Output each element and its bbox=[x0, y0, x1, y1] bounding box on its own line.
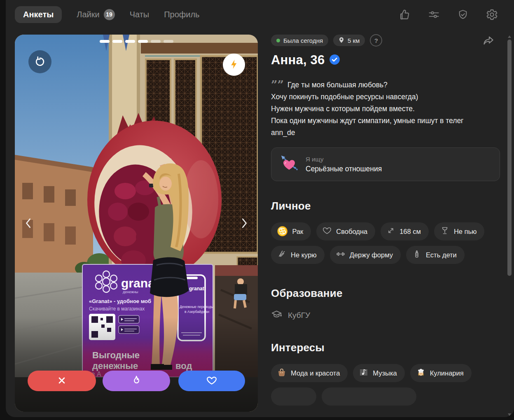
lightning-icon bbox=[229, 59, 239, 71]
main-panel: Анкеты Лайки 19 Чаты Профиль bbox=[6, 0, 514, 417]
share-button[interactable] bbox=[482, 35, 495, 48]
location-pin-icon bbox=[339, 37, 344, 44]
photo-vignette bbox=[15, 317, 258, 412]
boost-button[interactable] bbox=[223, 54, 245, 76]
interest-chips: Мода и красота Музыка Кулинария bbox=[271, 364, 500, 382]
scrollbar-thumb[interactable] bbox=[507, 40, 512, 276]
verified-icon bbox=[329, 54, 340, 67]
status-row: Была сегодня 5 км ? bbox=[271, 35, 500, 46]
likes-count-badge: 19 bbox=[104, 9, 115, 20]
profile-name-age: Анна, 36 bbox=[271, 53, 325, 68]
heart-outline-icon bbox=[322, 226, 332, 237]
education-row: КубГУ bbox=[271, 309, 500, 322]
looking-for-label: Я ищу bbox=[306, 156, 382, 163]
graduation-cap-icon bbox=[271, 309, 282, 322]
scrollbar-down-arrow[interactable] bbox=[508, 413, 511, 416]
tab-profiles[interactable]: Анкеты bbox=[15, 6, 62, 23]
x-icon bbox=[56, 375, 67, 387]
height-arrows-icon bbox=[386, 226, 395, 237]
rewind-icon bbox=[34, 55, 46, 69]
interest-chips-overflow bbox=[271, 387, 500, 406]
chip-zodiac[interactable]: ♋ Рак bbox=[271, 222, 311, 240]
scrollbar-up-arrow[interactable] bbox=[508, 35, 511, 38]
carousel-dash bbox=[112, 40, 122, 43]
tab-profile[interactable]: Профиль bbox=[164, 10, 199, 19]
like-button[interactable] bbox=[178, 371, 245, 391]
chip-music[interactable]: Музыка bbox=[353, 364, 404, 382]
education-value: КубГУ bbox=[288, 311, 310, 320]
profile-info: Была сегодня 5 км ? Анна, 36 bbox=[271, 35, 500, 406]
chip-cooking[interactable]: Кулинария bbox=[410, 364, 472, 382]
chip-smoking[interactable]: Не курю bbox=[271, 246, 325, 264]
personal-chips: ♋ Рак Свободна 168 см Не пью bbox=[271, 222, 500, 264]
tab-profiles-label: Анкеты bbox=[23, 10, 54, 19]
tab-likes[interactable]: Лайки 19 bbox=[77, 9, 114, 20]
superlike-button[interactable] bbox=[103, 371, 170, 391]
chip-relationship[interactable]: Свободна bbox=[316, 222, 375, 240]
heart-with-arrow-icon bbox=[280, 154, 299, 175]
quote-icon: ”” bbox=[271, 79, 284, 91]
looking-for-value: Серьёзные отношения bbox=[306, 165, 382, 173]
chip-fitness[interactable]: Держу форму bbox=[330, 246, 401, 264]
tab-chats-label: Чаты bbox=[130, 10, 150, 19]
photo-carousel[interactable] bbox=[100, 40, 173, 43]
thumbs-up-icon[interactable] bbox=[398, 8, 411, 21]
distance-badge: 5 км bbox=[333, 35, 365, 46]
rewind-button[interactable] bbox=[28, 50, 51, 73]
chip-height[interactable]: 168 см bbox=[381, 222, 429, 240]
section-title-interests: Интересы bbox=[271, 341, 500, 354]
distance-label: 5 км bbox=[348, 37, 360, 44]
svg-text:granat: granat bbox=[189, 286, 204, 292]
heart-icon bbox=[206, 375, 217, 387]
profile-quote: ””Где ты моя большая любовь? Хочу покину… bbox=[271, 79, 500, 139]
tab-chats[interactable]: Чаты bbox=[130, 10, 150, 19]
cook-icon bbox=[416, 367, 426, 379]
online-status-label: Была сегодня bbox=[283, 37, 323, 44]
svg-text:«Granat» - удобное моб: «Granat» - удобное моб bbox=[89, 298, 151, 304]
dumbbell-icon bbox=[336, 249, 346, 261]
no-smoking-icon bbox=[277, 249, 287, 261]
flame-icon bbox=[131, 375, 142, 387]
section-title-personal: Личное bbox=[271, 200, 500, 212]
dislike-button[interactable] bbox=[28, 371, 96, 391]
scrollbar[interactable] bbox=[507, 35, 512, 417]
carousel-dash bbox=[151, 40, 161, 43]
nav-icon-group bbox=[398, 8, 498, 21]
looking-for-card: Я ищу Серьёзные отношения bbox=[271, 147, 500, 181]
svg-text:Денежные переводы: Денежные переводы bbox=[180, 305, 213, 309]
chip-alcohol[interactable]: Не пью bbox=[434, 222, 485, 240]
online-status-badge: Была сегодня bbox=[271, 35, 328, 46]
svg-text:денежны: денежны bbox=[123, 290, 138, 294]
zodiac-cancer-icon: ♋ bbox=[277, 227, 288, 236]
chip-clipped[interactable] bbox=[271, 387, 316, 406]
profile-photo-card: granat денежны «Granat» - удобное моб Ск… bbox=[15, 35, 258, 412]
online-dot-icon bbox=[276, 39, 280, 42]
help-icon[interactable]: ? bbox=[370, 34, 382, 47]
carousel-dash bbox=[125, 40, 135, 43]
top-nav: Анкеты Лайки 19 Чаты Профиль bbox=[15, 5, 200, 23]
svg-text:Скачивайте в магазинах: Скачивайте в магазинах bbox=[89, 306, 145, 312]
wine-glass-icon bbox=[440, 226, 450, 237]
carousel-dash bbox=[164, 40, 173, 43]
prev-photo-button[interactable] bbox=[21, 215, 35, 231]
handbag-icon bbox=[277, 367, 287, 379]
shield-check-icon[interactable] bbox=[457, 9, 469, 21]
next-photo-button[interactable] bbox=[237, 215, 251, 231]
name-row: Анна, 36 bbox=[271, 53, 500, 68]
carousel-dash bbox=[138, 40, 148, 43]
carousel-dash bbox=[100, 40, 110, 43]
music-score-icon bbox=[359, 367, 369, 379]
baby-bottle-icon bbox=[412, 249, 422, 261]
svg-text:в Азербайджан: в Азербайджан bbox=[185, 310, 209, 314]
filters-icon[interactable] bbox=[428, 8, 440, 21]
chip-fashion[interactable]: Мода и красота bbox=[271, 364, 348, 382]
section-title-education: Образование bbox=[271, 287, 500, 300]
chip-clipped[interactable] bbox=[322, 387, 416, 406]
chip-children[interactable]: Есть дети bbox=[406, 246, 465, 264]
tab-profile-label: Профиль bbox=[164, 10, 199, 19]
tab-likes-label: Лайки bbox=[77, 10, 99, 19]
share-icon bbox=[482, 42, 495, 48]
action-bar bbox=[15, 371, 258, 391]
settings-icon[interactable] bbox=[486, 8, 498, 21]
